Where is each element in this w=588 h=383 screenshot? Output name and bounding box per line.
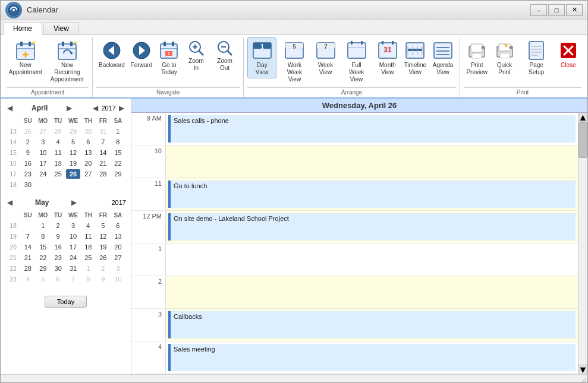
- calendar-day[interactable]: 15: [111, 148, 125, 157]
- calendar-day[interactable]: 20: [111, 242, 125, 252]
- resize-handle[interactable]: [580, 375, 587, 382]
- calendar-day[interactable]: 24: [66, 253, 80, 262]
- maximize-button[interactable]: □: [548, 4, 565, 16]
- calendar-day[interactable]: 27: [81, 169, 95, 179]
- calendar-day[interactable]: 10: [111, 274, 125, 284]
- calendar-day[interactable]: 29: [111, 169, 125, 179]
- forward-button[interactable]: Forward: [128, 37, 155, 71]
- calendar-day[interactable]: 14: [96, 148, 110, 157]
- calendar-day[interactable]: 2: [96, 264, 110, 273]
- calendar-day[interactable]: 2: [21, 137, 34, 147]
- calendar-day[interactable]: 10: [66, 232, 80, 241]
- event-block[interactable]: On site demo - Lakeland School Project: [168, 213, 576, 240]
- calendar-day[interactable]: [51, 180, 65, 189]
- backward-button[interactable]: Backward: [96, 37, 127, 71]
- calendar-day[interactable]: 5: [66, 137, 80, 147]
- full-week-view-button[interactable]: FullWeek View: [340, 37, 373, 86]
- april-prev-year-button[interactable]: ◀: [91, 103, 100, 113]
- calendar-day[interactable]: 23: [51, 253, 65, 262]
- calendar-day[interactable]: 17: [66, 242, 80, 252]
- print-preview-button[interactable]: PrintPreview: [464, 37, 490, 78]
- calendar-day[interactable]: 28: [51, 126, 65, 136]
- event-block[interactable]: Callbacks: [168, 311, 576, 338]
- new-appointment-button[interactable]: NewAppointment: [7, 37, 45, 78]
- calendar-day[interactable]: 16: [21, 159, 34, 168]
- close-window-button[interactable]: ✕: [566, 4, 583, 16]
- time-slot[interactable]: Callbacks: [166, 309, 578, 341]
- april-prev-button[interactable]: ◀: [5, 103, 14, 113]
- work-week-view-button[interactable]: 5 WorkWeek View: [278, 37, 311, 86]
- calendar-day[interactable]: 31: [66, 264, 80, 273]
- calendar-day[interactable]: 26: [66, 169, 80, 179]
- calendar-day[interactable]: 22: [36, 253, 50, 262]
- event-block[interactable]: Sales calls - phone: [168, 115, 576, 143]
- scroll-down-button[interactable]: ▼: [578, 365, 587, 374]
- calendar-day[interactable]: 3: [66, 221, 80, 230]
- zoom-out-button[interactable]: Zoom Out: [210, 37, 240, 74]
- calendar-day[interactable]: 3: [36, 137, 50, 147]
- calendar-day[interactable]: 18: [51, 159, 65, 168]
- time-slot[interactable]: [166, 243, 578, 276]
- calendar-day[interactable]: 13: [111, 232, 125, 241]
- calendar-day[interactable]: 23: [21, 169, 34, 179]
- calendar-day[interactable]: 9: [21, 148, 34, 157]
- calendar-day[interactable]: 1: [36, 221, 50, 230]
- time-slot[interactable]: Go to lunch: [166, 178, 578, 210]
- event-block[interactable]: Sales meeting: [168, 344, 576, 371]
- calendar-day[interactable]: 7: [96, 137, 110, 147]
- calendar-day[interactable]: 30: [21, 180, 34, 189]
- calendar-day[interactable]: 6: [51, 274, 65, 284]
- time-slot[interactable]: [166, 145, 578, 178]
- timeline-view-button[interactable]: TimelineView: [402, 37, 429, 78]
- calendar-day[interactable]: 13: [81, 148, 95, 157]
- today-button[interactable]: Today: [45, 296, 87, 308]
- tab-view[interactable]: View: [43, 22, 79, 34]
- calendar-day[interactable]: 14: [21, 242, 34, 252]
- zoom-in-button[interactable]: Zoom In: [183, 37, 209, 74]
- calendar-day[interactable]: 27: [36, 126, 50, 136]
- calendar-day[interactable]: 26: [21, 126, 34, 136]
- event-block[interactable]: Go to lunch: [168, 181, 576, 208]
- minimize-button[interactable]: –: [530, 4, 547, 16]
- calendar-day[interactable]: 16: [51, 242, 65, 252]
- calendar-day[interactable]: 6: [81, 137, 95, 147]
- calendar-day[interactable]: 17: [36, 159, 50, 168]
- calendar-day[interactable]: 7: [66, 274, 80, 284]
- april-next-year-button[interactable]: ▶: [117, 103, 126, 113]
- scrollbar[interactable]: ▲ ▼: [578, 113, 587, 374]
- calendar-day[interactable]: 21: [96, 159, 110, 168]
- scrollbar-thumb[interactable]: [578, 122, 587, 158]
- quick-print-button[interactable]: QuickPrint: [491, 37, 517, 78]
- calendar-day[interactable]: 12: [96, 232, 110, 241]
- calendar-day[interactable]: 21: [21, 253, 34, 262]
- calendar-day[interactable]: 1: [81, 264, 95, 273]
- calendar-day[interactable]: 29: [66, 126, 80, 136]
- calendar-day[interactable]: 9: [96, 274, 110, 284]
- calendar-day[interactable]: 12: [66, 148, 80, 157]
- calendar-day[interactable]: 22: [111, 159, 125, 168]
- calendar-day[interactable]: [66, 180, 80, 189]
- calendar-day[interactable]: 15: [36, 242, 50, 252]
- time-slot[interactable]: Sales meeting: [166, 341, 578, 373]
- calendar-day[interactable]: 3: [111, 264, 125, 273]
- calendar-day[interactable]: 20: [81, 159, 95, 168]
- calendar-day[interactable]: 9: [51, 232, 65, 241]
- agenda-view-button[interactable]: AgendaView: [430, 37, 456, 78]
- calendar-day[interactable]: 2: [51, 221, 65, 230]
- page-setup-button[interactable]: Page Setup: [519, 37, 554, 78]
- may-prev-button[interactable]: ◀: [5, 198, 14, 207]
- calendar-day[interactable]: 7: [21, 232, 34, 241]
- calendar-day[interactable]: 1: [111, 126, 125, 136]
- calendar-day[interactable]: 27: [111, 253, 125, 262]
- calendar-day[interactable]: 28: [96, 169, 110, 179]
- calendar-day[interactable]: 11: [81, 232, 95, 241]
- calendar-day[interactable]: 24: [36, 169, 50, 179]
- calendar-day[interactable]: [81, 180, 95, 189]
- calendar-day[interactable]: 31: [96, 126, 110, 136]
- calendar-day[interactable]: 30: [81, 126, 95, 136]
- calendar-day[interactable]: 18: [81, 242, 95, 252]
- calendar-day[interactable]: 8: [36, 232, 50, 241]
- calendar-day[interactable]: 6: [111, 221, 125, 230]
- calendar-day[interactable]: 10: [36, 148, 50, 157]
- calendar-day[interactable]: 30: [51, 264, 65, 273]
